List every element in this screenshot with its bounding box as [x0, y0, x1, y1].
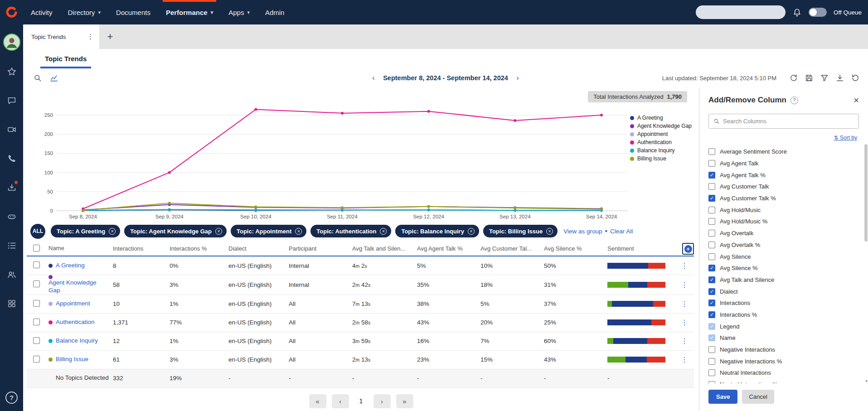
column-option-legend[interactable]: ✓Legend	[708, 320, 868, 332]
nav-item-apps[interactable]: Apps▾	[221, 0, 257, 24]
column-checkbox[interactable]	[708, 369, 715, 376]
column-search-input[interactable]	[723, 118, 854, 125]
genesys-logo[interactable]	[0, 0, 23, 24]
save-view-icon[interactable]	[805, 73, 814, 82]
add-tab-button[interactable]: +	[99, 24, 121, 49]
sidebar-inbox-icon[interactable]	[0, 173, 23, 202]
column-checkbox[interactable]: ✓	[708, 288, 715, 295]
add-column-button[interactable]: +	[682, 243, 694, 255]
remove-chip-icon[interactable]: ×	[109, 228, 116, 235]
column-checkbox[interactable]: ✓	[708, 195, 715, 202]
reset-icon[interactable]	[851, 73, 860, 82]
row-menu-icon[interactable]: ⋮	[681, 300, 688, 308]
nav-item-performance[interactable]: Performance▾	[158, 0, 221, 24]
sidebar-star-icon[interactable]	[0, 57, 23, 86]
column-option-avg-silence[interactable]: Avg Silence	[708, 251, 868, 262]
remove-chip-icon[interactable]: ×	[468, 228, 475, 235]
clear-all-link[interactable]: Clear All	[610, 228, 633, 235]
legend-item[interactable]: Balance Inquiry	[630, 147, 692, 154]
row-menu-icon[interactable]: ⋮	[681, 319, 688, 326]
column-checkbox[interactable]: ✓	[708, 300, 715, 306]
row-menu-icon[interactable]: ⋮	[681, 281, 688, 289]
column-search[interactable]	[708, 114, 859, 129]
column-option-avg-customer-talk[interactable]: Avg Customer Talk	[708, 181, 868, 193]
topic-link[interactable]: Authentication	[56, 319, 95, 326]
column-option-avg-hold-music[interactable]: Avg Hold/Music	[708, 204, 868, 216]
column-checkbox[interactable]	[708, 253, 715, 260]
nav-item-activity[interactable]: Activity	[23, 0, 60, 24]
remove-chip-icon[interactable]: ×	[215, 228, 222, 235]
next-date-range-icon[interactable]: ›	[516, 73, 519, 82]
column-checkbox[interactable]	[708, 358, 715, 365]
nav-item-directory[interactable]: Directory▾	[60, 0, 109, 24]
column-checkbox[interactable]	[708, 160, 715, 167]
last-page-button[interactable]: »	[396, 394, 413, 408]
sidebar-list-icon[interactable]	[0, 231, 23, 260]
remove-chip-icon[interactable]: ×	[546, 228, 553, 235]
row-checkbox[interactable]	[33, 356, 40, 363]
sidebar-phone-icon[interactable]	[0, 144, 23, 173]
column-option-neutral-interactions[interactable]: Neutral Interactions	[708, 367, 868, 379]
search-icon[interactable]	[780, 9, 781, 16]
column-checkbox[interactable]	[708, 207, 715, 213]
prev-date-range-icon[interactable]: ‹	[372, 73, 375, 82]
column-option-negative-interactions[interactable]: Negative Interactions	[708, 344, 868, 356]
view-as-group-link[interactable]: View as group	[563, 228, 602, 235]
legend-item[interactable]: Appointment	[630, 131, 692, 137]
date-range[interactable]: September 8, 2024 - September 14, 2024	[383, 74, 508, 82]
next-page-button[interactable]: ›	[373, 394, 391, 408]
remove-chip-icon[interactable]: ×	[295, 228, 302, 235]
column-option-avg-talk-and-silence[interactable]: ✓Avg Talk and Silence	[708, 274, 868, 286]
remove-chip-icon[interactable]: ×	[380, 228, 387, 235]
row-checkbox[interactable]	[33, 300, 40, 307]
topic-link[interactable]: Balance Inquiry	[56, 337, 98, 345]
sidebar-chat-icon[interactable]	[0, 86, 23, 115]
column-checkbox[interactable]	[708, 242, 715, 248]
column-option-avg-overtalk[interactable]: Avg Overtalk	[708, 227, 868, 239]
sidebar-controller-icon[interactable]	[0, 202, 23, 231]
topic-link[interactable]: Appointment	[56, 300, 90, 308]
legend-item[interactable]: A Greeting	[630, 115, 692, 121]
refresh-icon[interactable]	[789, 73, 798, 82]
close-panel-icon[interactable]: ×	[853, 96, 859, 105]
topic-link[interactable]: A Greeting	[56, 262, 85, 270]
column-option-negative-interactions-[interactable]: Negative Interactions %	[708, 355, 868, 367]
column-option-avg-agent-talk-[interactable]: ✓Avg Agent Talk %	[708, 169, 868, 181]
column-checkbox[interactable]	[708, 183, 715, 190]
column-option-avg-silence-[interactable]: ✓Avg Silence %	[708, 262, 868, 274]
panel-help-icon[interactable]: ?	[790, 97, 798, 104]
column-option-avg-hold-music-[interactable]: Avg Hold/Music %	[708, 216, 868, 227]
column-checkbox[interactable]: ✓	[708, 311, 715, 318]
topic-filter-chip[interactable]: Topic: Billing Issue×	[483, 225, 558, 237]
topic-filter-chip[interactable]: Topic: Agent Knowledge Gap×	[124, 225, 227, 237]
row-menu-icon[interactable]: ⋮	[681, 262, 688, 270]
column-option-avg-agent-talk[interactable]: Avg Agent Talk	[708, 158, 868, 169]
topic-filter-chip[interactable]: Topic: Appointment×	[231, 225, 306, 237]
row-menu-icon[interactable]: ⋮	[681, 356, 688, 363]
nav-item-documents[interactable]: Documents	[108, 0, 158, 24]
legend-item[interactable]: Agent Knowledge Gap	[630, 123, 692, 129]
legend-item[interactable]: Authentication	[630, 139, 692, 145]
subtab-topic-trends[interactable]: Topic Trends	[40, 55, 91, 68]
filter-all-chip[interactable]: ALL	[30, 224, 45, 239]
topic-link[interactable]: Billing Issue	[56, 356, 88, 363]
row-checkbox[interactable]	[33, 319, 40, 325]
row-checkbox[interactable]	[33, 261, 40, 268]
nav-item-admin[interactable]: Admin	[257, 0, 292, 24]
row-checkbox[interactable]	[33, 337, 40, 344]
column-checkbox[interactable]: ✓	[708, 265, 715, 271]
column-checkbox[interactable]	[708, 346, 715, 353]
scroll-down-icon[interactable]: ▾	[865, 379, 868, 383]
global-search-input[interactable]	[700, 9, 780, 16]
column-checkbox[interactable]	[708, 230, 715, 237]
search-icon[interactable]	[33, 73, 42, 82]
chart-toggle-icon[interactable]	[49, 73, 58, 82]
column-checkbox[interactable]: ✓	[708, 276, 715, 283]
user-avatar[interactable]	[3, 34, 20, 51]
notifications-bell-icon[interactable]	[792, 8, 802, 17]
panel-scrollbar[interactable]: ▾	[863, 144, 868, 383]
topic-link[interactable]: Agent Knowledge Gap	[48, 279, 109, 295]
prev-page-button[interactable]: ‹	[332, 394, 349, 408]
column-option-interactions[interactable]: ✓Interactions	[708, 297, 868, 309]
topic-filter-chip[interactable]: Topic: Balance Inquiry×	[395, 225, 479, 237]
